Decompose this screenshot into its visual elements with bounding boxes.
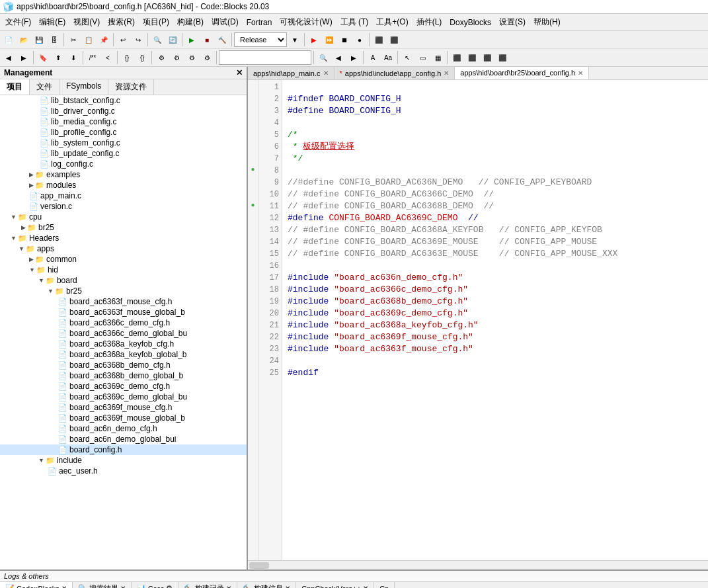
extra-btn3[interactable]: ⬛ [480, 50, 494, 65]
tree-item-lib-media[interactable]: 📄lib_media_config.c [0, 116, 247, 127]
menu-item-5[interactable]: 构建(B) [173, 15, 208, 29]
paste-btn[interactable]: 📌 [97, 32, 111, 47]
cursor-btn[interactable]: ↖ [400, 50, 414, 65]
menu-item-7[interactable]: Fortran [243, 17, 276, 28]
tree-item-ac6368a-keyfob[interactable]: 📄board_ac6368a_keyfob_cfg.h [0, 339, 247, 349]
tree-item-ac6368b-demo[interactable]: 📄board_ac6368b_demo_cfg.h [0, 360, 247, 370]
menu-item-4[interactable]: 项目(P) [139, 15, 173, 29]
close-tab-btn[interactable]: ✕ [578, 69, 583, 77]
tree-item-ac6366c-demo-g[interactable]: 📄board_ac6366c_demo_global_bu [0, 328, 247, 339]
tab-resources[interactable]: 资源文件 [108, 79, 154, 95]
menu-item-1[interactable]: 编辑(E) [35, 15, 69, 29]
menu-item-10[interactable]: 工具+(O) [372, 15, 412, 29]
nav-back-btn[interactable]: ◀ [1, 50, 16, 65]
tree-item-board-config[interactable]: 📄board_config.h [0, 444, 247, 455]
bottom-tab-codeblocks[interactable]: 📝 Code::Blocks ✕ [0, 582, 73, 588]
config-arrow-btn[interactable]: ▼ [288, 32, 302, 47]
tree-item-ac6366c-demo[interactable]: 📄board_ac6366c_demo_cfg.h [0, 317, 247, 328]
close-bottom-tab-btn[interactable]: ✕ [363, 585, 368, 588]
search-prev-btn[interactable]: ◀ [331, 50, 346, 65]
tree-item-lib-btstack[interactable]: 📄lib_btstack_config.c [0, 95, 247, 106]
menu-item-8[interactable]: 可视化设计(W) [276, 15, 336, 29]
find-btn[interactable]: 🔍 [150, 32, 165, 47]
tree-item-ac6368a-keyfob-g[interactable]: 📄board_ac6368a_keyfob_global_b [0, 349, 247, 360]
menu-item-9[interactable]: 工具 (T) [336, 15, 373, 29]
tree-item-ac6368b-demo-g[interactable]: 📄board_ac6368b_demo_global_b [0, 370, 247, 381]
tree-item-ac6369f-mouse[interactable]: 📄board_ac6369f_mouse_cfg.h [0, 402, 247, 413]
tree-item-ac6369c-demo-g[interactable]: 📄board_ac6369c_demo_global_bu [0, 392, 247, 402]
tree-item-version[interactable]: 📄version.c [0, 201, 247, 212]
tree-item-br25-cpu[interactable]: ▶📁br25 [0, 222, 247, 233]
case-btn[interactable]: Aa [381, 50, 395, 65]
save-btn[interactable]: 💾 [32, 32, 46, 47]
scroll-thumb[interactable] [249, 562, 269, 569]
horizontal-scrollbar[interactable] [248, 560, 708, 569]
tree-item-cpu[interactable]: ▼📁cpu [0, 212, 247, 222]
search-next-btn[interactable]: ▶ [346, 50, 361, 65]
menu-item-3[interactable]: 搜索(R) [104, 15, 139, 29]
tree-item-ac6n-demo[interactable]: 📄board_ac6n_demo_cfg.h [0, 423, 247, 434]
tree-item-br25[interactable]: ▼📁br25 [0, 286, 247, 296]
more-btn2[interactable]: ⬛ [387, 32, 401, 47]
close-bottom-tab-btn[interactable]: ✕ [120, 585, 126, 588]
tree-item-lib-driver[interactable]: 📄lib_driver_config.c [0, 106, 247, 116]
extra-btn2[interactable]: ⬛ [465, 50, 479, 65]
undo-btn[interactable]: ↩ [116, 32, 130, 47]
tree-item-hid[interactable]: ▼📁hid [0, 265, 247, 275]
tree-item-ac6363f-mouse[interactable]: 📄board_ac6363f_mouse_cfg.h [0, 296, 247, 307]
tree-item-ac6369c-demo[interactable]: 📄board_ac6369c_demo_cfg.h [0, 381, 247, 392]
misc-btn4[interactable]: ⚙ [200, 50, 214, 65]
misc-btn2[interactable]: ⚙ [169, 50, 184, 65]
close-bottom-tab-btn[interactable]: ✕ [226, 585, 231, 588]
search-icon-btn[interactable]: 🔍 [316, 50, 331, 65]
tree-item-modules[interactable]: ▶📁modules [0, 180, 247, 190]
close-bottom-tab-btn[interactable]: ✕ [61, 585, 67, 588]
menu-item-12[interactable]: DoxyBlocks [446, 17, 495, 28]
tree-item-app-main[interactable]: 📄app_main.c [0, 190, 247, 201]
new-btn[interactable]: 📄 [1, 32, 16, 47]
menu-item-13[interactable]: 设置(S) [495, 15, 530, 29]
close-tab-btn[interactable]: ✕ [323, 69, 329, 77]
panel-close-btn[interactable]: ✕ [236, 68, 243, 77]
tree-item-board[interactable]: ▼📁board [0, 275, 247, 286]
menu-item-2[interactable]: 视图(V) [69, 15, 104, 29]
stop-btn[interactable]: ■ [200, 32, 214, 47]
tree-item-lib-profile[interactable]: 📄lib_profile_config.c [0, 127, 247, 138]
cut-btn[interactable]: ✂ [66, 32, 81, 47]
bottom-tab-build-info[interactable]: 🔨 构建信息 ✕ [237, 582, 296, 588]
save-all-btn[interactable]: 🗄 [47, 32, 61, 47]
uncomment-btn[interactable]: < [100, 50, 115, 65]
tab-fsymbols[interactable]: FSymbols [59, 79, 108, 95]
misc-btn1[interactable]: ⚙ [154, 50, 169, 65]
tree-item-lib-update[interactable]: 📄lib_update_config.c [0, 148, 247, 159]
menu-item-6[interactable]: 调试(D) [208, 15, 243, 29]
nav-fwd-btn[interactable]: ▶ [17, 50, 31, 65]
tree-item-ac6363f-mouse-g[interactable]: 📄board_ac6363f_mouse_global_b [0, 307, 247, 317]
bottom-tab-search[interactable]: 🔍 搜索结果 ✕ [73, 582, 132, 588]
more-btn1[interactable]: ⬛ [372, 32, 386, 47]
menu-item-11[interactable]: 插件(L) [413, 15, 446, 29]
highlight-btn[interactable]: A [366, 50, 380, 65]
extra-btn1[interactable]: ⬛ [450, 50, 464, 65]
debug-btn[interactable]: ▶ [307, 32, 321, 47]
build-config-dropdown[interactable]: Release Debug [234, 32, 287, 47]
tab-board-config[interactable]: apps\hid\board\br25\board_config.h ✕ [455, 67, 589, 79]
tree-item-lib-system[interactable]: 📄lib_system_config.c [0, 138, 247, 148]
fold-btn[interactable]: {} [120, 50, 134, 65]
extra-btn4[interactable]: ⬛ [495, 50, 510, 65]
menu-item-0[interactable]: 文件(F) [1, 15, 35, 29]
debug-stop-btn[interactable]: ⏹ [337, 32, 352, 47]
redo-btn[interactable]: ↪ [131, 32, 145, 47]
debug-step-btn[interactable]: ⏩ [322, 32, 336, 47]
tree-item-headers[interactable]: ▼📁Headers [0, 233, 247, 243]
run-btn[interactable]: ▶ [184, 32, 199, 47]
copy-btn[interactable]: 📋 [81, 32, 96, 47]
build-btn[interactable]: 🔨 [215, 32, 229, 47]
tree-item-apps[interactable]: ▼📁apps [0, 243, 247, 254]
replace-btn[interactable]: 🔄 [165, 32, 180, 47]
tree-item-include-folder[interactable]: ▼📁include [0, 455, 247, 466]
bookmark-btn[interactable]: 🔖 [36, 50, 50, 65]
tree-item-common[interactable]: ▶📁common [0, 254, 247, 265]
bookmark-prev-btn[interactable]: ⬆ [51, 50, 65, 65]
tab-project[interactable]: 项目 [0, 79, 30, 95]
